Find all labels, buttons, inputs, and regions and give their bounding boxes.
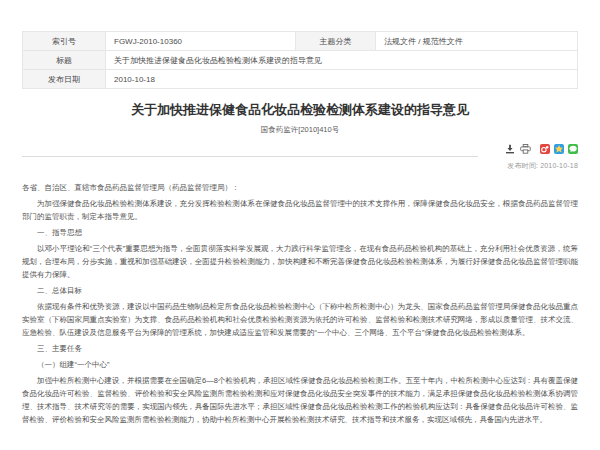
index-number-label: 索引号 bbox=[23, 32, 106, 51]
salutation-paragraph: 各省、自治区、直辖市食品药品监督管理局（药品监督管理局）： bbox=[22, 181, 578, 194]
publish-time: 发布时间: 2010-10-18 bbox=[22, 161, 578, 171]
subsection-3-1-paragraph: 加强中检所检测中心建设，并根据需要在全国确定6—8个检验机构，承担区域性保健食品… bbox=[22, 374, 578, 426]
intro-paragraph: 为加强保健食品化妆品检验检测体系建设，充分发挥检验检测体系在保健食品化妆品监督管… bbox=[22, 197, 578, 223]
section-1-paragraph: 以邓小平理论和“三个代表”重要思想为指导，全面贯彻落实科学发展观，大力践行科学监… bbox=[22, 242, 578, 281]
article-toolbar bbox=[22, 143, 578, 154]
download-icon[interactable] bbox=[505, 144, 515, 154]
publish-time-label: 发布时间: bbox=[507, 162, 538, 169]
title-value: 关于加快推进保健食品化妆品检验检测体系建设的指导意见 bbox=[106, 51, 578, 70]
section-heading-2: 二、总体目标 bbox=[22, 284, 578, 297]
section-heading-3: 三、主要任务 bbox=[22, 342, 578, 355]
document-number: 国食药监许[2010]410号 bbox=[22, 125, 578, 135]
publish-date-label: 发布日期 bbox=[23, 70, 106, 89]
section-heading-1: 一、指导思想 bbox=[22, 226, 578, 239]
subsection-heading-3-1: （一）组建“一个中心” bbox=[22, 358, 578, 371]
document-body: 各省、自治区、直辖市食品药品监督管理局（药品监督管理局）： 为加强保健食品化妆品… bbox=[22, 181, 578, 426]
qzone-share-icon[interactable] bbox=[554, 144, 564, 154]
document-page: 索引号 FGWJ-2010-10360 主题分类 法规文件 / 规范性文件 标题… bbox=[0, 0, 600, 450]
table-row: 发布日期 2010-10-18 bbox=[23, 70, 578, 89]
title-label: 标题 bbox=[23, 51, 106, 70]
table-row: 标题 关于加快推进保健食品化妆品检验检测体系建设的指导意见 bbox=[23, 51, 578, 70]
table-row: 索引号 FGWJ-2010-10360 主题分类 法规文件 / 规范性文件 bbox=[23, 32, 578, 51]
publish-time-value: 2010-10-18 bbox=[540, 162, 578, 169]
article-title: 关于加快推进保健食品化妆品检验检测体系建设的指导意见 bbox=[22, 102, 578, 117]
divider bbox=[22, 156, 478, 157]
category-label: 主题分类 bbox=[296, 32, 376, 51]
category-value: 法规文件 / 规范性文件 bbox=[376, 32, 578, 51]
wechat-share-icon[interactable] bbox=[568, 144, 578, 154]
document-info-table: 索引号 FGWJ-2010-10360 主题分类 法规文件 / 规范性文件 标题… bbox=[22, 31, 578, 89]
weibo-share-icon[interactable] bbox=[540, 144, 550, 154]
section-2-paragraph: 依据现有条件和优势资源，建设以中国药品生物制品检定所食品化妆品检验检测中心（下称… bbox=[22, 300, 578, 339]
print-icon[interactable] bbox=[520, 144, 531, 154]
publish-date-value: 2010-10-18 bbox=[106, 70, 578, 89]
index-number-value: FGWJ-2010-10360 bbox=[106, 32, 296, 51]
